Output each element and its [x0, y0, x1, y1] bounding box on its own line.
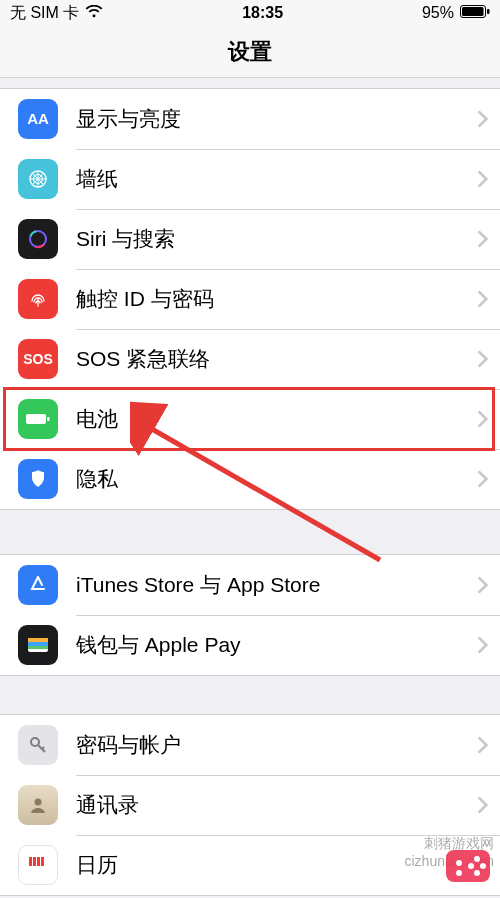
row-passwords[interactable]: 密码与帐户: [0, 715, 500, 775]
row-label: 密码与帐户: [76, 731, 464, 759]
svg-rect-20: [41, 857, 44, 866]
chevron-right-icon: [464, 736, 500, 754]
row-battery[interactable]: 电池: [0, 389, 500, 449]
svg-rect-1: [462, 7, 484, 16]
page-title: 设置: [228, 37, 272, 67]
svg-point-26: [480, 863, 486, 869]
chevron-right-icon: [464, 410, 500, 428]
chevron-right-icon: [464, 290, 500, 308]
chevron-right-icon: [464, 470, 500, 488]
row-label: 电池: [76, 405, 464, 433]
row-label: 显示与亮度: [76, 105, 464, 133]
wifi-icon: [85, 4, 103, 22]
svg-text:AA: AA: [27, 110, 49, 127]
wallet-icon: [18, 625, 58, 665]
privacy-icon: [18, 459, 58, 499]
contacts-icon: [18, 785, 58, 825]
svg-rect-13: [28, 642, 48, 646]
chevron-right-icon: [464, 576, 500, 594]
chevron-right-icon: [464, 350, 500, 368]
row-siri[interactable]: Siri 与搜索: [0, 209, 500, 269]
chevron-right-icon: [464, 170, 500, 188]
touchid-icon: [18, 279, 58, 319]
wallpaper-icon: [18, 159, 58, 199]
siri-icon: [18, 219, 58, 259]
chevron-right-icon: [464, 796, 500, 814]
watermark-logo-icon: [444, 842, 492, 890]
group-general: AA 显示与亮度 墙纸 Siri 与搜索: [0, 88, 500, 510]
battery-pct: 95%: [422, 4, 454, 22]
svg-point-16: [35, 799, 42, 806]
svg-rect-18: [33, 857, 36, 866]
svg-rect-17: [29, 857, 32, 866]
svg-rect-9: [26, 414, 46, 424]
row-wallpaper[interactable]: 墙纸: [0, 149, 500, 209]
chevron-right-icon: [464, 110, 500, 128]
clock: 18:35: [242, 4, 283, 22]
carrier-text: 无 SIM 卡: [10, 3, 79, 24]
row-label: 钱包与 Apple Pay: [76, 631, 464, 659]
svg-point-15: [31, 738, 39, 746]
row-touchid[interactable]: 触控 ID 与密码: [0, 269, 500, 329]
row-wallet[interactable]: 钱包与 Apple Pay: [0, 615, 500, 675]
passwords-icon: [18, 725, 58, 765]
row-label: 通讯录: [76, 791, 464, 819]
sos-icon: SOS: [18, 339, 58, 379]
row-label: 触控 ID 与密码: [76, 285, 464, 313]
row-privacy[interactable]: 隐私: [0, 449, 500, 509]
row-appstore[interactable]: iTunes Store 与 App Store: [0, 555, 500, 615]
chevron-right-icon: [464, 230, 500, 248]
svg-point-27: [474, 870, 480, 876]
row-label: Siri 与搜索: [76, 225, 464, 253]
appstore-icon: [18, 565, 58, 605]
row-sos[interactable]: SOS SOS 紧急联络: [0, 329, 500, 389]
svg-rect-10: [47, 417, 50, 421]
svg-rect-19: [37, 857, 40, 866]
row-contacts[interactable]: 通讯录: [0, 775, 500, 835]
battery-icon: [460, 4, 490, 22]
row-label: 隐私: [76, 465, 464, 493]
group-store: iTunes Store 与 App Store 钱包与 Apple Pay: [0, 554, 500, 676]
row-display-brightness[interactable]: AA 显示与亮度: [0, 89, 500, 149]
svg-rect-14: [28, 646, 48, 649]
row-label: SOS 紧急联络: [76, 345, 464, 373]
battery-icon: [18, 399, 58, 439]
svg-rect-12: [28, 638, 48, 642]
nav-bar: 设置: [0, 26, 500, 78]
status-bar: 无 SIM 卡 18:35 95%: [0, 0, 500, 26]
svg-point-24: [474, 856, 480, 862]
row-label: iTunes Store 与 App Store: [76, 571, 464, 599]
svg-point-22: [456, 860, 462, 866]
svg-point-23: [456, 870, 462, 876]
row-label: 墙纸: [76, 165, 464, 193]
svg-rect-2: [487, 9, 490, 14]
display-brightness-icon: AA: [18, 99, 58, 139]
settings-list: AA 显示与亮度 墙纸 Siri 与搜索: [0, 78, 500, 896]
calendar-icon: [18, 845, 58, 885]
chevron-right-icon: [464, 636, 500, 654]
svg-point-25: [468, 863, 474, 869]
